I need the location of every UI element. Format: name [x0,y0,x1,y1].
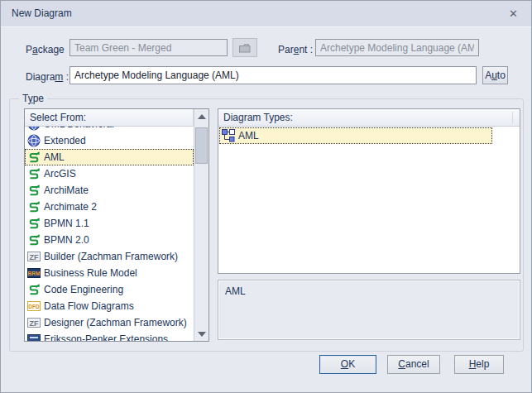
scroll-down-icon[interactable] [194,328,208,340]
brm-icon [27,266,41,280]
package-field [69,39,228,56]
scrollbar-thumb[interactable] [195,127,208,164]
list-item[interactable]: Builder (Zachman Framework) [25,248,194,265]
auto-button[interactable]: Auto [482,66,508,84]
list-item-label: BPMN 1.1 [44,218,89,229]
list-item[interactable]: Code Engineering [25,281,194,298]
list-item[interactable]: UML Behavioral [25,127,194,132]
list-item[interactable]: Designer (Zachman Framework) [25,314,194,331]
dialog-title: New Diagram [12,7,72,19]
list-item-label: Designer (Zachman Framework) [44,317,187,328]
list-item-label: BPMN 2.0 [44,234,89,246]
diagram-types-list: Diagram Types: AML [218,108,520,274]
list-item-label: Builder (Zachman Framework) [44,251,178,262]
help-button[interactable]: Help [454,355,504,374]
diagram-label: Diagram : [26,71,69,83]
diagram-type-icon [222,129,235,142]
technology-icon [27,200,41,213]
zf-icon [27,250,41,263]
list-item-label: Eriksson-Penker Extensions [44,333,168,341]
list-item-label: Data Flow Diagrams [44,300,134,312]
title-bar: New Diagram ✕ [1,1,531,27]
list-item[interactable]: BPMN 1.1 [25,215,194,232]
type-group-label: Type [19,93,47,104]
list-item[interactable]: BPMN 2.0 [25,232,194,248]
parent-field [315,39,479,56]
list-item-label: Archimate 2 [44,201,97,213]
ep-icon [27,333,41,341]
select-from-items: UML Behavioral Extended AML ArcGIS Archi… [25,127,194,341]
technology-icon [27,217,41,230]
diagram-type-item-selected[interactable]: AML [219,127,492,144]
scroll-up-icon[interactable] [194,110,208,122]
zf-icon [27,316,41,329]
list-item-label: Business Rule Model [44,267,137,279]
technology-icon [27,151,41,164]
list-item-label: UML Behavioral [44,127,114,130]
list-item[interactable]: Data Flow Diagrams [25,298,194,314]
description-text: AML [225,285,246,297]
parent-label: Parent : [278,44,313,55]
list-item-label: Code Engineering [44,284,123,295]
list-item-label: AML [44,151,65,163]
list-item[interactable]: Eriksson-Penker Extensions [25,331,194,341]
scrollbar[interactable] [194,109,208,341]
technology-icon [27,167,41,180]
list-item-selected[interactable]: AML [25,149,194,165]
uml-sphere-icon [27,134,41,147]
ok-button[interactable]: OK [319,355,376,374]
dfd-icon [27,300,41,313]
list-item[interactable]: Archimate 2 [25,199,194,215]
uml-sphere-icon [27,127,41,131]
select-from-list: Select From: UML Behavioral Extended AML… [24,108,209,342]
list-item[interactable]: ArcGIS [25,165,194,182]
technology-icon [27,184,41,197]
list-item-label: ArcGIS [44,168,76,180]
folder-icon [238,41,252,55]
select-from-header: Select From: [25,109,194,127]
list-item[interactable]: ArchiMate [25,182,194,199]
description-panel: AML [218,280,520,340]
browse-package-button[interactable] [232,38,257,57]
technology-icon [27,283,41,296]
list-item-label: Extended [44,135,86,146]
close-icon[interactable]: ✕ [506,7,520,21]
technology-icon [27,233,41,247]
list-item[interactable]: Business Rule Model [25,265,194,281]
diagram-type-label: AML [238,130,259,141]
diagram-types-header: Diagram Types: [218,109,520,127]
new-diagram-dialog: New Diagram ✕ Package Parent : Diagram :… [0,0,532,393]
list-item[interactable]: Extended [25,132,194,149]
diagram-name-input[interactable] [69,66,477,84]
package-label: Package [26,44,65,55]
list-item-label: ArchiMate [44,185,89,196]
cancel-button[interactable]: Cancel [387,355,440,374]
